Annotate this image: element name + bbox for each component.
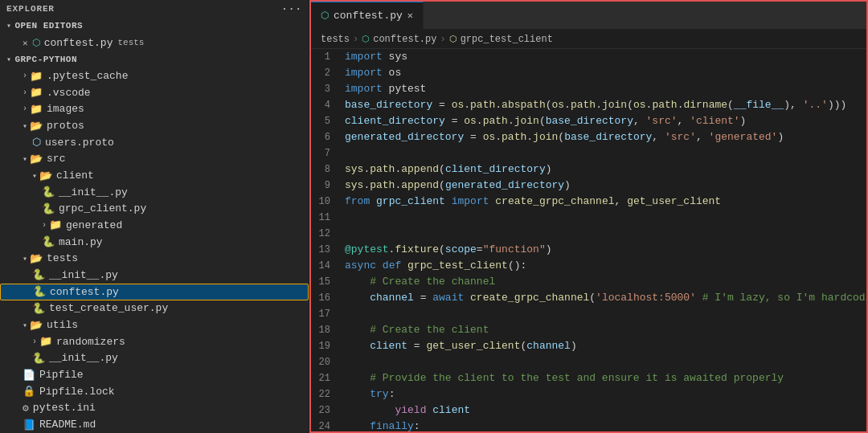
tree-users-proto[interactable]: ⬡ users.proto: [0, 134, 309, 151]
line-number: 18: [317, 322, 335, 338]
tab-name: conftest.py: [334, 10, 403, 22]
code-token: await: [432, 290, 464, 306]
breadcrumb-function[interactable]: grpc_test_client: [461, 34, 553, 45]
code-token: client_directory: [345, 113, 445, 129]
tree-pytest-ini[interactable]: ⚙ pytest.ini: [0, 400, 309, 417]
code-token: =: [414, 290, 432, 306]
code-token: os: [452, 97, 465, 113]
code-line: # Create the client: [345, 322, 866, 338]
breadcrumb-conftest[interactable]: conftest.py: [373, 34, 436, 45]
tree-item-name: .pytest_cache: [47, 70, 128, 82]
code-token: grpc_test_client: [407, 258, 508, 274]
tree-item-name: protos: [47, 120, 84, 132]
code-token: os: [633, 97, 646, 113]
tab-conftest[interactable]: ⬡ conftest.py ✕: [311, 2, 424, 30]
code-token: :: [414, 419, 420, 431]
code-token: [345, 338, 370, 354]
code-token: get_user_client: [627, 194, 721, 210]
tree-generated[interactable]: › 📁 generated: [0, 217, 309, 234]
code-token: finally: [370, 419, 414, 431]
line-number: 13: [317, 242, 335, 258]
code-token: .: [395, 161, 401, 178]
tree-vscode[interactable]: › 📁 .vscode: [0, 84, 309, 101]
code-line: @pytest.fixture(scope="function"): [345, 242, 866, 258]
tree-readme[interactable]: 📘 README.md: [0, 416, 309, 433]
code-token: ): [564, 178, 571, 194]
grpc-python-label: GRPC-PYTHON: [14, 55, 76, 64]
code-token: =: [432, 97, 451, 113]
code-token: base_directory: [564, 129, 652, 145]
grpc-python-section[interactable]: ▾ GRPC-PYTHON: [0, 51, 309, 67]
tree-protos[interactable]: ▾ 📂 protos: [0, 117, 309, 134]
tree-item-name: README.md: [39, 419, 96, 431]
tree-utils[interactable]: ▾ 📂 utils: [0, 317, 309, 333]
line-number: 1: [317, 49, 335, 65]
tree-item-name: .vscode: [47, 87, 91, 99]
tree-images[interactable]: › 📁 images: [0, 101, 309, 118]
tree-conftest[interactable]: 🐍 conftest.py: [0, 284, 309, 300]
tree-main[interactable]: 🐍 main.py: [0, 234, 309, 251]
folder-open-icon: 📂: [30, 252, 43, 265]
tree-item-name: grpc_client.py: [59, 202, 146, 214]
breadcrumb-fn-icon: ⬡: [449, 34, 457, 44]
folder-open-icon: 📂: [30, 153, 43, 165]
code-token: fixture: [395, 242, 439, 258]
code-token: (: [546, 97, 552, 113]
open-editors-label: OPEN EDITORS: [14, 21, 83, 31]
code-token: (: [727, 97, 734, 113]
breadcrumb-sep2: ›: [440, 34, 445, 45]
code-token: get_user_client: [426, 338, 520, 354]
code-line: channel = await create_grpc_channel('loc…: [345, 290, 866, 306]
code-token: # Create the client: [370, 322, 489, 338]
code-line: [345, 354, 866, 370]
code-token: =: [407, 338, 426, 354]
code-content[interactable]: import sysimport osimport pytestbase_dir…: [342, 49, 866, 431]
code-area[interactable]: 1234567891011121314151617181920212223242…: [311, 49, 866, 431]
code-token: scope: [445, 242, 477, 258]
code-token: [345, 322, 370, 338]
tree-client[interactable]: ▾ 📂 client: [0, 167, 309, 184]
tree-utils-init[interactable]: 🐍 __init__.py: [0, 350, 309, 367]
tree-tests[interactable]: ▾ 📂 tests: [0, 250, 309, 267]
close-icon[interactable]: ✕: [23, 38, 28, 48]
more-icon[interactable]: ···: [281, 3, 302, 15]
breadcrumb-tests[interactable]: tests: [321, 34, 350, 45]
tree-client-init[interactable]: 🐍 __init__.py: [0, 184, 309, 201]
code-token: ,: [678, 113, 690, 129]
gear-icon: ⚙: [23, 402, 29, 415]
tree-grpc-client[interactable]: 🐍 grpc_client.py: [0, 201, 309, 218]
py-icon: 🐍: [32, 352, 45, 365]
code-token: .: [495, 129, 502, 145]
tree-randomizers[interactable]: › 📁 randomizers: [0, 333, 309, 350]
code-token: import: [345, 49, 383, 65]
tree-pipfile-lock[interactable]: 🔒 Pipfile.lock: [0, 383, 309, 400]
code-token: create_grpc_channel: [470, 290, 589, 306]
code-line: base_directory = os.path.abspath(os.path…: [345, 97, 866, 113]
tree-test-create-user[interactable]: 🐍 test_create_user.py: [0, 300, 309, 317]
code-token: ): [777, 129, 784, 145]
tree-item-name: Pipfile: [39, 369, 84, 381]
tab-close-icon[interactable]: ✕: [407, 10, 413, 22]
tree-pipfile[interactable]: 📄 Pipfile: [0, 366, 309, 383]
tree-pytest-cache[interactable]: › 📁 .pytest_cache: [0, 67, 309, 84]
code-token: 'src': [665, 129, 696, 145]
code-token: async: [345, 258, 376, 274]
code-token: try: [370, 386, 388, 402]
code-token: (: [439, 161, 445, 178]
code-token: =: [477, 242, 483, 258]
tree-tests-init[interactable]: 🐍 __init__.py: [0, 267, 309, 284]
tree-item-name: __init__.py: [49, 269, 118, 281]
code-token: .: [495, 97, 502, 113]
open-editors-section[interactable]: ▾ OPEN EDITORS: [0, 18, 309, 35]
code-token: (: [439, 178, 445, 194]
open-editor-conftest[interactable]: ✕ ⬡ conftest.py tests: [0, 35, 309, 51]
code-line: finally:: [345, 419, 866, 431]
code-token: .: [389, 242, 395, 258]
code-token: ,: [652, 129, 665, 145]
py-icon: 🐍: [42, 186, 55, 198]
code-token: ,: [633, 113, 646, 129]
code-token: # Provide the client to the test and ens…: [370, 370, 784, 386]
tree-src[interactable]: ▾ 📂 src: [0, 151, 309, 168]
code-line: sys.path.append(generated_directory): [345, 178, 866, 194]
line-number: 6: [317, 129, 335, 145]
